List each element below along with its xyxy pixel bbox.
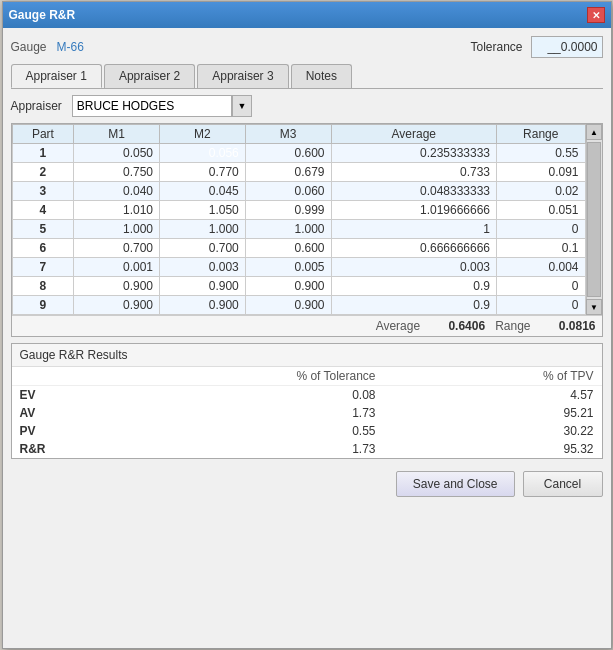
table-row[interactable]: 60.7000.7000.6000.6666666660.1 <box>12 239 585 258</box>
table-cell[interactable]: 0.235333333 <box>331 144 497 163</box>
avg-value: 0.6406 <box>430 319 485 333</box>
table-cell[interactable]: 7 <box>12 258 74 277</box>
table-row[interactable]: 90.9000.9000.9000.90 <box>12 296 585 315</box>
tab-appraiser2[interactable]: Appraiser 2 <box>104 64 195 88</box>
results-row-label: EV <box>12 386 72 405</box>
table-cell[interactable]: 0.999 <box>245 201 331 220</box>
table-cell[interactable]: 0.9 <box>331 277 497 296</box>
table-cell[interactable]: 0.900 <box>245 277 331 296</box>
table-cell[interactable]: 4 <box>12 201 74 220</box>
results-row-label: AV <box>12 404 72 422</box>
gauge-value: M-66 <box>57 40 84 54</box>
table-cell[interactable]: 0.005 <box>245 258 331 277</box>
table-row[interactable]: 20.7500.7700.6790.7330.091 <box>12 163 585 182</box>
table-cell[interactable]: 0.700 <box>160 239 246 258</box>
table-cell[interactable]: 0.003 <box>331 258 497 277</box>
results-pct-tpv: 95.32 <box>384 440 602 458</box>
table-cell[interactable]: 1.000 <box>160 220 246 239</box>
range-label: Range <box>495 319 530 333</box>
scroll-down[interactable]: ▼ <box>586 299 602 315</box>
table-cell[interactable]: 0 <box>497 277 585 296</box>
table-cell[interactable]: 1.050 <box>160 201 246 220</box>
table-cell[interactable]: 1.000 <box>245 220 331 239</box>
table-cell[interactable]: 0.060 <box>245 182 331 201</box>
table-cell[interactable]: 0.056 <box>160 144 246 163</box>
scroll-thumb[interactable] <box>587 142 601 297</box>
tolerance-label: Tolerance <box>470 40 522 54</box>
table-cell[interactable]: 0.051 <box>497 201 585 220</box>
table-cell[interactable]: 1.010 <box>74 201 160 220</box>
results-col-tpv: % of TPV <box>384 367 602 386</box>
table-cell[interactable]: 0.900 <box>245 296 331 315</box>
dropdown-button[interactable]: ▼ <box>232 95 252 117</box>
save-close-button[interactable]: Save and Close <box>396 471 515 497</box>
table-cell[interactable]: 0.900 <box>160 277 246 296</box>
table-cell[interactable]: 0.900 <box>74 296 160 315</box>
tolerance-input[interactable] <box>531 36 603 58</box>
results-pct-tolerance: 0.08 <box>72 386 384 405</box>
table-cell[interactable]: 0.045 <box>160 182 246 201</box>
table-cell[interactable]: 8 <box>12 277 74 296</box>
table-cell[interactable]: 6 <box>12 239 74 258</box>
table-cell[interactable]: 0.001 <box>74 258 160 277</box>
tab-appraiser3[interactable]: Appraiser 3 <box>197 64 288 88</box>
table-cell[interactable]: 0.750 <box>74 163 160 182</box>
table-row[interactable]: 80.9000.9000.9000.90 <box>12 277 585 296</box>
table-row[interactable]: 70.0010.0030.0050.0030.004 <box>12 258 585 277</box>
scrollbar[interactable]: ▲ ▼ <box>586 124 602 315</box>
table-cell[interactable]: 0.9 <box>331 296 497 315</box>
table-cell[interactable]: 0.700 <box>74 239 160 258</box>
table-cell[interactable]: 0.003 <box>160 258 246 277</box>
results-col-blank <box>12 367 72 386</box>
table-cell[interactable]: 3 <box>12 182 74 201</box>
avg-label: Average <box>376 319 420 333</box>
results-row-label: R&R <box>12 440 72 458</box>
table-cell[interactable]: 0.600 <box>245 239 331 258</box>
title-bar-controls: ✕ <box>587 7 605 23</box>
table-cell[interactable]: 0.900 <box>74 277 160 296</box>
button-row: Save and Close Cancel <box>11 467 603 501</box>
table-cell[interactable]: 0.900 <box>160 296 246 315</box>
table-cell[interactable]: 0.02 <box>497 182 585 201</box>
table-row[interactable]: 30.0400.0450.0600.0483333330.02 <box>12 182 585 201</box>
table-row[interactable]: 10.0500.0560.6000.2353333330.55 <box>12 144 585 163</box>
table-cell[interactable]: 0.091 <box>497 163 585 182</box>
table-cell[interactable]: 0.050 <box>74 144 160 163</box>
table-cell[interactable]: 0.600 <box>245 144 331 163</box>
window-title: Gauge R&R <box>9 8 76 22</box>
gauge-label: Gauge <box>11 40 47 54</box>
data-table-section: Part M1 M2 M3 Average Range 10.0500.0560… <box>11 123 603 337</box>
table-cell[interactable]: 1 <box>331 220 497 239</box>
table-cell[interactable]: 0.770 <box>160 163 246 182</box>
scroll-up[interactable]: ▲ <box>586 124 602 140</box>
table-cell[interactable]: 0.048333333 <box>331 182 497 201</box>
table-cell[interactable]: 9 <box>12 296 74 315</box>
table-cell[interactable]: 0.733 <box>331 163 497 182</box>
table-scroll[interactable]: Part M1 M2 M3 Average Range 10.0500.0560… <box>12 124 586 315</box>
results-pct-tolerance: 1.73 <box>72 404 384 422</box>
table-cell[interactable]: 2 <box>12 163 74 182</box>
table-cell[interactable]: 1.000 <box>74 220 160 239</box>
table-cell[interactable]: 5 <box>12 220 74 239</box>
window-body: Gauge M-66 Tolerance Appraiser 1 Apprais… <box>3 28 611 648</box>
table-cell[interactable]: 0.004 <box>497 258 585 277</box>
results-col-tolerance: % of Tolerance <box>72 367 384 386</box>
table-cell[interactable]: 1 <box>12 144 74 163</box>
col-header-m3: M3 <box>245 125 331 144</box>
tab-appraiser1[interactable]: Appraiser 1 <box>11 64 102 88</box>
table-cell[interactable]: 0.55 <box>497 144 585 163</box>
table-cell[interactable]: 0.666666666 <box>331 239 497 258</box>
table-cell[interactable]: 0 <box>497 220 585 239</box>
results-title: Gauge R&R Results <box>12 344 602 367</box>
table-row[interactable]: 51.0001.0001.00010 <box>12 220 585 239</box>
cancel-button[interactable]: Cancel <box>523 471 603 497</box>
table-cell[interactable]: 0.1 <box>497 239 585 258</box>
table-cell[interactable]: 1.019666666 <box>331 201 497 220</box>
table-cell[interactable]: 0 <box>497 296 585 315</box>
table-cell[interactable]: 0.679 <box>245 163 331 182</box>
table-cell[interactable]: 0.040 <box>74 182 160 201</box>
close-button[interactable]: ✕ <box>587 7 605 23</box>
table-row[interactable]: 41.0101.0500.9991.0196666660.051 <box>12 201 585 220</box>
tab-notes[interactable]: Notes <box>291 64 352 88</box>
appraiser-select[interactable] <box>72 95 232 117</box>
